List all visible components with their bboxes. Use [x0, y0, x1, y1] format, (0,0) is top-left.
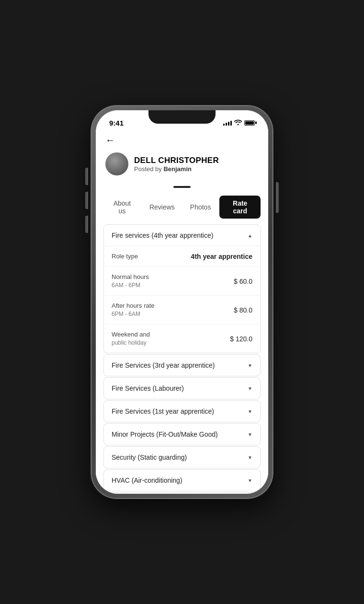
rate-label-role: Role type	[112, 252, 138, 261]
rate-row-normal: Normal hours 6AM - 6PM $ 60.0	[104, 267, 260, 296]
rate-label-afterhours: After hours rate	[112, 302, 155, 310]
rate-sublabel-weekend: public holiday	[112, 339, 150, 347]
collapsed-label-2: Fire Services (1st year apprentice)	[112, 407, 214, 415]
accordion-collapsed-5[interactable]: HVAC (Air-conditioning) ▼	[103, 469, 261, 491]
signal-bar-4	[230, 121, 232, 126]
rate-label-normal-wrapper: Normal hours 6AM - 6PM	[112, 273, 149, 290]
tab-about[interactable]: About us	[103, 196, 141, 219]
accordion-collapsed-1[interactable]: Fire Services (Labourer) ▼	[103, 377, 261, 399]
rate-sublabel-normal: 6AM - 6PM	[112, 281, 149, 290]
accordion-arrow-down-icon-2: ▼	[248, 409, 252, 414]
collapsed-label-3: Minor Projects (Fit-Out/Make Good)	[112, 430, 218, 438]
rate-row-weekend: Weekend and public holiday $ 120.0	[104, 325, 260, 353]
collapsed-sections: Fire Services (3rd year apprentice) ▼ Fi…	[103, 354, 261, 494]
header: ←	[96, 131, 268, 147]
rate-value-normal: $ 60.0	[234, 278, 252, 285]
rate-value-afterhours: $ 80.0	[234, 306, 252, 314]
rate-label-weekend: Weekend and	[112, 330, 150, 339]
signal-bar-1	[223, 124, 225, 126]
back-button[interactable]: ←	[105, 135, 259, 145]
screen-content: 9:41	[96, 110, 268, 494]
rate-label-normal: Normal hours	[112, 273, 149, 281]
accordion-collapsed-2[interactable]: Fire Services (1st year apprentice) ▼	[103, 400, 261, 422]
posted-by-name: Benjamin	[163, 165, 192, 173]
accordion-arrow-down-icon-3: ▼	[248, 432, 252, 437]
signal-bars-icon	[223, 120, 232, 126]
rate-sublabel-afterhours: 6PM - 6AM	[112, 310, 155, 318]
divider-pill	[96, 179, 268, 196]
collapsed-label-0: Fire Services (3rd year apprentice)	[112, 361, 215, 369]
avatar	[105, 152, 128, 175]
signal-bar-3	[228, 122, 229, 126]
profile-section: DELL CHRISTOPHER Posted by Benjamin	[96, 147, 268, 179]
accordion-collapsed-0[interactable]: Fire Services (3rd year apprentice) ▼	[103, 354, 261, 376]
status-icons	[223, 119, 255, 127]
signal-bar-2	[226, 123, 227, 126]
posted-by: Posted by Benjamin	[134, 165, 259, 173]
accordion-title-expanded: Fire services (4th year apprentice)	[112, 232, 213, 239]
notch	[148, 110, 216, 124]
phone-frame: 9:41	[91, 105, 273, 499]
tab-photos[interactable]: Photos	[183, 199, 218, 215]
accordion-arrow-up-icon: ▲	[248, 233, 252, 238]
status-time: 9:41	[109, 119, 124, 127]
collapsed-label-5: HVAC (Air-conditioning)	[112, 476, 182, 484]
rate-label-weekend-wrapper: Weekend and public holiday	[112, 330, 150, 347]
accordion-expanded: Fire services (4th year apprentice) ▲ Ro…	[103, 224, 261, 353]
avatar-image	[105, 152, 128, 175]
profile-name: DELL CHRISTOPHER	[134, 156, 259, 165]
collapsed-label-1: Fire Services (Labourer)	[112, 384, 184, 392]
pill-indicator	[173, 186, 191, 188]
rate-card-content: Fire services (4th year apprentice) ▲ Ro…	[96, 224, 268, 494]
rate-value-role: 4th year apprentice	[191, 253, 252, 260]
rate-row-afterhours: After hours rate 6PM - 6AM $ 80.0	[104, 296, 260, 325]
collapsed-label-4: Security (Static guarding)	[112, 453, 187, 461]
accordion-arrow-down-icon-5: ▼	[248, 478, 252, 483]
accordion-collapsed-6[interactable]: Minor Projects (Fit-Out/Make Good) ▼	[103, 492, 261, 494]
rate-label-afterhours-wrapper: After hours rate 6PM - 6AM	[112, 302, 155, 318]
tab-ratecard[interactable]: Rate card	[219, 196, 261, 219]
rate-row-role: Role type 4th year apprentice	[104, 246, 260, 267]
battery-icon	[244, 120, 255, 126]
phone-screen: 9:41	[96, 110, 268, 494]
accordion-arrow-down-icon-4: ▼	[248, 455, 252, 460]
profile-info: DELL CHRISTOPHER Posted by Benjamin	[134, 156, 259, 173]
accordion-header-expanded[interactable]: Fire services (4th year apprentice) ▲	[104, 225, 260, 246]
accordion-collapsed-4[interactable]: Security (Static guarding) ▼	[103, 446, 261, 468]
battery-fill	[245, 121, 254, 125]
rate-value-weekend: $ 120.0	[230, 335, 252, 343]
tab-reviews[interactable]: Reviews	[143, 199, 182, 215]
accordion-arrow-down-icon-0: ▼	[248, 363, 252, 368]
accordion-body: Role type 4th year apprentice Normal hou…	[104, 246, 260, 353]
accordion-arrow-down-icon-1: ▼	[248, 386, 252, 391]
tabs-bar: About us Reviews Photos Rate card	[96, 196, 268, 219]
accordion-collapsed-3[interactable]: Minor Projects (Fit-Out/Make Good) ▼	[103, 423, 261, 445]
wifi-icon	[234, 119, 242, 127]
